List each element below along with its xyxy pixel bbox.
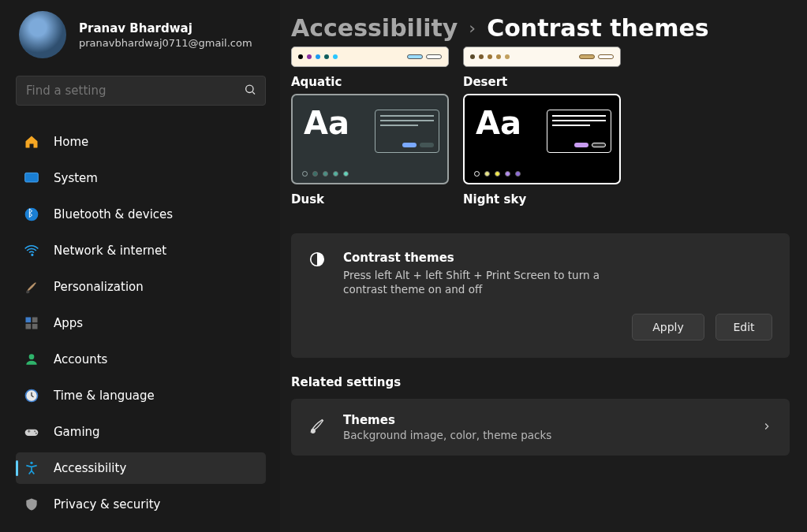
- sidebar-item-label: Time & language: [54, 389, 155, 403]
- swatch-bars: [407, 54, 442, 59]
- clock-icon: [24, 388, 39, 404]
- contrast-themes-panel: Contrast themes Press left Alt + left Sh…: [291, 233, 790, 358]
- preview-column: Aquatic Aa: [291, 47, 449, 206]
- gamepad-icon: [24, 424, 39, 440]
- search-input[interactable]: [16, 76, 266, 106]
- system-icon: [24, 170, 39, 186]
- paintbrush-icon: [24, 279, 39, 295]
- home-icon: [24, 134, 39, 150]
- panel-head: Contrast themes Press left Alt + left Sh…: [308, 251, 772, 296]
- swatch-dots: [302, 171, 349, 177]
- breadcrumb-parent[interactable]: Accessibility: [291, 14, 458, 42]
- wifi-icon: [24, 243, 39, 259]
- swatch-dots: [470, 54, 510, 59]
- related-settings-heading: Related settings: [291, 375, 790, 389]
- sidebar-item-label: Apps: [54, 316, 83, 330]
- profile-email: pranavbhardwaj0711@gmail.com: [79, 37, 252, 49]
- sidebar-item-gaming[interactable]: Gaming: [16, 416, 266, 448]
- apply-button[interactable]: Apply: [632, 314, 704, 340]
- page-title: Contrast themes: [487, 14, 709, 42]
- sidebar-item-label: Privacy & security: [54, 497, 160, 512]
- related-title: Themes: [343, 413, 551, 427]
- search-wrap: [16, 76, 266, 106]
- theme-label-night-sky: Night sky: [463, 192, 621, 206]
- preview-column: Desert Aa: [463, 47, 621, 206]
- theme-preview-aquatic[interactable]: [291, 47, 449, 67]
- svg-point-15: [30, 462, 32, 464]
- apps-icon: [24, 315, 39, 331]
- theme-label-aquatic: Aquatic: [291, 75, 449, 89]
- search-icon: [244, 84, 256, 99]
- profile-name: Pranav Bhardwaj: [79, 21, 252, 35]
- svg-rect-5: [26, 318, 32, 323]
- sidebar-item-label: Personalization: [54, 280, 144, 294]
- accounts-icon: [24, 352, 39, 367]
- swatch-dots: [298, 54, 338, 59]
- sidebar-item-bluetooth[interactable]: Bluetooth & devices: [16, 199, 266, 230]
- profile-block[interactable]: Pranav Bhardwaj pranavbhardwaj0711@gmail…: [16, 11, 266, 58]
- profile-text: Pranav Bhardwaj pranavbhardwaj0711@gmail…: [79, 21, 252, 49]
- svg-rect-8: [32, 324, 38, 329]
- nav-list: Home System Bluetooth & devices Network …: [16, 126, 266, 524]
- mini-window: [547, 110, 611, 153]
- avatar: [19, 11, 66, 58]
- sidebar-item-personalization[interactable]: Personalization: [16, 271, 266, 303]
- sidebar-item-accounts[interactable]: Accounts: [16, 344, 266, 375]
- svg-rect-2: [25, 173, 39, 182]
- main-content: Accessibility › Contrast themes Aquatic: [280, 0, 807, 532]
- svg-rect-6: [32, 318, 38, 323]
- svg-point-14: [35, 433, 37, 434]
- settings-sidebar: Pranav Bhardwaj pranavbhardwaj0711@gmail…: [0, 0, 280, 532]
- swatch-dots: [474, 171, 521, 177]
- theme-label-desert: Desert: [463, 75, 621, 89]
- svg-point-9: [29, 354, 35, 359]
- panel-actions: Apply Edit: [308, 314, 772, 340]
- theme-label-dusk: Dusk: [291, 192, 449, 206]
- sidebar-item-label: System: [54, 171, 98, 185]
- theme-preview-desert[interactable]: [463, 47, 621, 67]
- theme-preview-dusk[interactable]: Aa: [291, 94, 449, 184]
- mini-window: [375, 110, 439, 153]
- sidebar-item-label: Network & internet: [54, 244, 166, 258]
- panel-title: Contrast themes: [343, 251, 635, 265]
- panel-description: Press left Alt + left Shift + Print Scre…: [343, 268, 635, 296]
- swatch-bars: [579, 54, 614, 59]
- svg-point-0: [246, 85, 253, 92]
- sidebar-item-privacy[interactable]: Privacy & security: [16, 489, 266, 520]
- contrast-icon: [308, 251, 326, 271]
- related-desc: Background image, color, theme packs: [343, 429, 551, 441]
- sidebar-item-apps[interactable]: Apps: [16, 307, 266, 339]
- bluetooth-icon: [24, 206, 39, 222]
- paintbrush-icon: [308, 417, 326, 437]
- sidebar-item-accessibility[interactable]: Accessibility: [16, 452, 266, 484]
- theme-previews-grid: Aquatic Aa: [291, 47, 790, 206]
- sidebar-item-system[interactable]: System: [16, 162, 266, 194]
- svg-line-1: [252, 92, 255, 95]
- sidebar-item-label: Gaming: [54, 425, 100, 439]
- chevron-right-icon: [761, 420, 772, 435]
- breadcrumb: Accessibility › Contrast themes: [291, 14, 790, 42]
- edit-button[interactable]: Edit: [715, 314, 772, 340]
- shield-icon: [24, 497, 39, 512]
- sidebar-item-label: Bluetooth & devices: [54, 207, 173, 221]
- svg-point-13: [34, 430, 35, 432]
- accessibility-icon: [24, 460, 39, 476]
- sidebar-item-label: Home: [54, 135, 88, 149]
- theme-preview-night-sky[interactable]: Aa: [463, 94, 621, 184]
- panel-text: Contrast themes Press left Alt + left Sh…: [343, 251, 635, 296]
- sidebar-item-home[interactable]: Home: [16, 126, 266, 158]
- svg-rect-7: [26, 324, 32, 329]
- sidebar-item-label: Accounts: [54, 352, 107, 366]
- related-themes-card[interactable]: Themes Background image, color, theme pa…: [291, 399, 790, 456]
- sidebar-item-network[interactable]: Network & internet: [16, 235, 266, 266]
- sidebar-item-time[interactable]: Time & language: [16, 380, 266, 411]
- sidebar-item-label: Accessibility: [54, 461, 126, 475]
- related-text: Themes Background image, color, theme pa…: [343, 413, 551, 441]
- chevron-right-icon: ›: [469, 18, 476, 38]
